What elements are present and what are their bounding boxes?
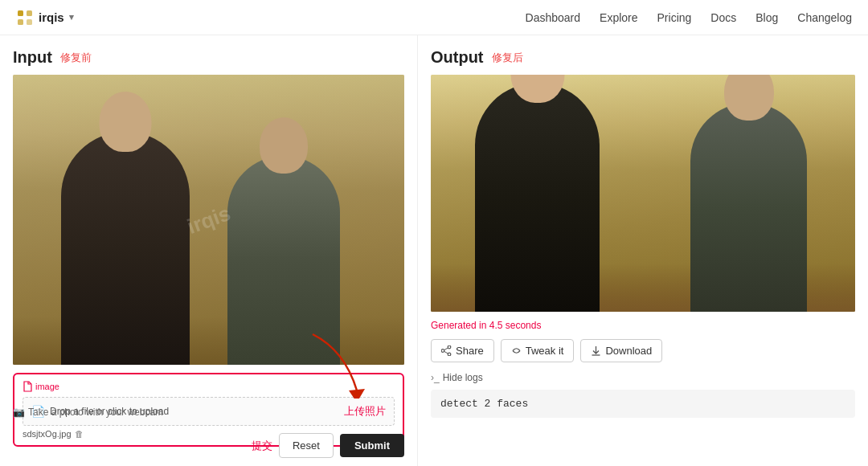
- generated-text: Generated in: [431, 320, 489, 331]
- delete-file-icon[interactable]: 🗑: [75, 429, 84, 439]
- share-label: Share: [456, 345, 484, 357]
- upload-label: image: [23, 381, 395, 392]
- action-buttons: Share Tweak it Download: [431, 339, 855, 362]
- upload-chinese-label: 上传照片: [344, 404, 386, 419]
- svg-rect-3: [27, 19, 32, 25]
- svg-point-7: [441, 350, 444, 353]
- nav-link-explore[interactable]: Explore: [600, 11, 637, 24]
- nav-dropdown-icon[interactable]: ▾: [69, 12, 74, 22]
- download-label: Download: [605, 345, 652, 357]
- logs-area: detect 2 faces: [431, 390, 855, 418]
- main-content: Input 修复前 irqis: [0, 35, 868, 466]
- hide-logs-label: Hide logs: [443, 372, 483, 383]
- input-photo: irqis: [13, 75, 404, 365]
- generated-info: Generated in 4.5 seconds: [431, 320, 855, 331]
- output-panel: Output 修复后 Generated in 4.5 seconds: [418, 35, 868, 466]
- tweak-button[interactable]: Tweak it: [501, 339, 575, 362]
- webcam-text: Take a photo with your webcam: [28, 407, 163, 418]
- nav-link-dashboard[interactable]: Dashboard: [526, 11, 581, 24]
- output-figure-left: [475, 83, 600, 312]
- bottom-bar: 提交 Reset Submit: [239, 425, 417, 466]
- svg-point-5: [448, 345, 451, 349]
- camera-icon: 📷: [13, 407, 25, 418]
- filename-text: sdsjtxOg.jpg: [23, 429, 72, 439]
- nav-link-pricing[interactable]: Pricing: [657, 11, 692, 24]
- svg-rect-0: [18, 10, 23, 16]
- svg-rect-1: [27, 10, 32, 16]
- nav-link-changelog[interactable]: Changelog: [797, 11, 852, 24]
- nav-left: irqis ▾: [16, 9, 74, 27]
- reset-button[interactable]: Reset: [279, 433, 334, 458]
- output-photo-area: [431, 75, 855, 312]
- output-head-left: [510, 75, 564, 103]
- svg-line-8: [444, 348, 448, 350]
- download-icon: [591, 345, 601, 356]
- output-title-text: Output: [431, 48, 484, 67]
- output-photo: [431, 75, 855, 312]
- input-title-text: Input: [13, 48, 52, 67]
- log-text: detect 2 faces: [440, 398, 528, 410]
- nav-links: Dashboard Explore Pricing Docs Blog Chan…: [526, 11, 852, 24]
- output-subtitle: 修复后: [492, 51, 523, 65]
- svg-rect-2: [18, 19, 23, 25]
- share-button[interactable]: Share: [431, 339, 494, 362]
- hide-logs-toggle[interactable]: ›_ Hide logs: [431, 372, 855, 383]
- head-right: [260, 117, 308, 174]
- figure-left: [61, 132, 190, 365]
- nav-link-docs[interactable]: Docs: [710, 11, 736, 24]
- output-title: Output 修复后: [431, 48, 855, 67]
- logo-text: irqis: [39, 10, 64, 24]
- share-icon: [441, 345, 452, 356]
- generated-time: 4.5 seconds: [489, 320, 542, 331]
- submit-hint-text: 提交: [252, 439, 272, 453]
- logo-icon: [16, 9, 34, 27]
- terminal-icon: ›_: [431, 372, 440, 383]
- submit-button[interactable]: Submit: [340, 434, 404, 457]
- head-left: [100, 92, 152, 152]
- svg-line-9: [444, 351, 448, 354]
- download-button[interactable]: Download: [580, 339, 662, 362]
- input-title: Input 修复前: [13, 48, 404, 67]
- input-panel: Input 修复前 irqis: [0, 35, 418, 466]
- output-figure-right: [690, 103, 807, 312]
- input-photo-area: irqis: [13, 75, 404, 365]
- svg-point-6: [448, 353, 451, 356]
- file-icon: [23, 381, 32, 392]
- logo[interactable]: irqis ▾: [16, 9, 74, 27]
- nav-link-blog[interactable]: Blog: [755, 11, 778, 24]
- figure-right: [227, 156, 340, 365]
- navbar: irqis ▾ Dashboard Explore Pricing Docs B…: [0, 0, 868, 35]
- output-head-right: [724, 75, 774, 121]
- webcam-hint: 📷 Take a photo with your webcam: [13, 407, 163, 418]
- tweak-label: Tweak it: [526, 345, 564, 357]
- tweak-icon: [511, 345, 522, 356]
- input-subtitle: 修复前: [60, 51, 92, 65]
